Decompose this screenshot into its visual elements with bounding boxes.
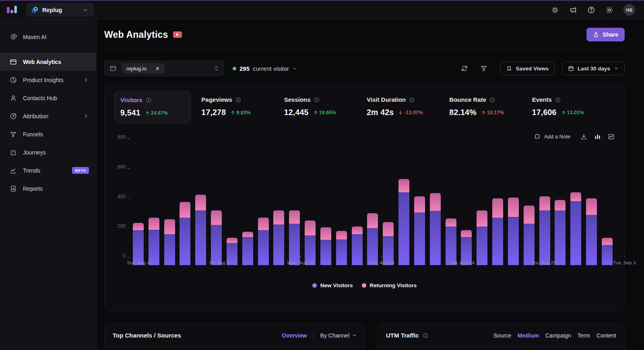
bar-thu-aug-15[interactable]	[305, 220, 316, 265]
workspace-name: Replug	[42, 7, 79, 13]
bar-thu-aug-29[interactable]	[524, 206, 535, 265]
sidebar-item-attribution[interactable]: Attribution	[0, 107, 96, 125]
bar-sat-aug-17[interactable]	[336, 231, 347, 265]
stat-card-pageviews[interactable]: Pageviews17,2789.83%	[201, 91, 284, 123]
bar-sun-aug-18[interactable]	[352, 226, 363, 265]
settings-gear-icon[interactable]	[605, 6, 613, 14]
bar-wed-aug-28[interactable]	[508, 198, 519, 265]
bar-mon-aug-12[interactable]	[258, 218, 269, 265]
bar-chart-view-icon[interactable]	[594, 133, 601, 140]
bar-tue-aug-27[interactable]	[492, 198, 503, 265]
theme-toggle-icon[interactable]	[551, 6, 559, 14]
comment-bubble-icon	[534, 133, 541, 140]
current-visitors[interactable]: 295 current visitor	[233, 65, 297, 72]
bar-fri-aug-9[interactable]	[211, 210, 222, 265]
x-axis-label: Fri, Aug 9	[209, 260, 229, 265]
tab-term[interactable]: Term	[578, 332, 590, 339]
bar-wed-aug-14[interactable]	[289, 210, 300, 265]
bar-sun-sep-1[interactable]	[570, 192, 581, 265]
sidebar-item-label: Web Analytics	[23, 59, 89, 65]
sidebar-item-product-insights[interactable]: Product Insights	[0, 71, 96, 89]
tab-overview[interactable]: Overview	[282, 332, 307, 339]
stat-card-visitors[interactable]: Visitors9,54124.67%	[114, 91, 191, 123]
legend-new-visitors[interactable]: New Visitors	[312, 282, 353, 288]
add-note-button[interactable]: Add a Note	[534, 133, 570, 140]
bar-mon-sep-2[interactable]	[586, 198, 597, 265]
filter-funnel-icon[interactable]	[480, 65, 487, 72]
bar-sat-aug-24[interactable]	[446, 218, 456, 265]
info-icon[interactable]	[314, 97, 320, 103]
refresh-icon[interactable]	[461, 65, 468, 72]
sidebar-item-funnels[interactable]: Funnels	[0, 125, 96, 143]
help-icon[interactable]	[587, 6, 595, 14]
workspace-selector[interactable]: Replug	[26, 3, 94, 16]
tab-source[interactable]: Source	[493, 332, 511, 339]
returning-visitors-segment	[539, 196, 550, 210]
sidebar-item-journeys[interactable]: Journeys	[0, 143, 96, 161]
legend-label: New Visitors	[320, 282, 353, 288]
info-icon[interactable]	[235, 97, 241, 103]
download-icon[interactable]	[580, 133, 587, 140]
bar-sun-aug-25[interactable]	[461, 230, 472, 265]
returning-visitors-segment	[446, 218, 456, 226]
info-icon[interactable]	[146, 97, 151, 103]
share-button[interactable]: Share	[586, 28, 625, 41]
stat-card-sessions[interactable]: Sessions12,44519.65%	[284, 91, 367, 123]
date-range-button[interactable]: Last 30 days	[562, 62, 625, 75]
bar-mon-aug-19[interactable]	[367, 213, 378, 265]
returning-visitors-segment	[383, 222, 394, 236]
sidebar-item-label: Reports	[23, 185, 89, 192]
info-icon[interactable]	[409, 97, 415, 103]
announcements-icon[interactable]	[569, 6, 577, 14]
user-avatar[interactable]: HS	[623, 4, 635, 16]
bar-sun-aug-4[interactable]	[133, 223, 144, 265]
bar-mon-aug-26[interactable]	[477, 210, 487, 265]
chart-legend: New VisitorsReturning Visitors	[114, 282, 615, 288]
remove-site-icon[interactable]: ✕	[155, 66, 160, 71]
tab-medium[interactable]: Medium	[518, 332, 539, 339]
legend-returning-visitors[interactable]: Returning Visitors	[362, 282, 417, 288]
bar-fri-aug-16[interactable]	[320, 227, 331, 265]
website-selector[interactable]: replug.io ✕	[104, 61, 224, 76]
utm-traffic-title-text: UTM Traffic	[386, 332, 419, 339]
line-chart-view-icon[interactable]	[608, 133, 615, 140]
bar-sat-aug-31[interactable]	[555, 200, 566, 265]
info-icon[interactable]	[423, 333, 428, 338]
bar-thu-aug-8[interactable]	[195, 195, 206, 265]
youtube-tutorial-icon[interactable]	[173, 31, 182, 38]
bar-fri-aug-30[interactable]	[539, 196, 550, 265]
replug-workspace-icon	[31, 6, 39, 14]
bar-wed-aug-7[interactable]	[180, 202, 190, 265]
bar-thu-aug-22[interactable]	[414, 196, 425, 265]
stat-card-bounce-rate[interactable]: Bounce Rate82.14%10.17%	[449, 91, 532, 123]
tab-by-channel[interactable]: By Channel	[320, 332, 357, 339]
tab-campaign[interactable]: Campaign	[545, 332, 571, 339]
sidebar-item-maven-ai[interactable]: Maven AI	[0, 28, 96, 46]
bar-tue-sep-3[interactable]	[602, 238, 613, 265]
tab-content[interactable]: Content	[597, 332, 616, 339]
bar-fri-aug-23[interactable]	[430, 193, 441, 265]
sidebar-item-reports[interactable]: Reports	[0, 179, 96, 198]
select-spinner-icon[interactable]	[214, 65, 219, 72]
x-axis-label: Thu, Aug 29	[531, 260, 556, 265]
bar-tue-aug-20[interactable]	[383, 222, 394, 265]
tab-label: Campaign	[545, 332, 571, 339]
stat-card-events[interactable]: Events17,60613.01%	[532, 91, 615, 123]
sidebar-item-trends[interactable]: TrendsBETA	[0, 161, 96, 179]
info-icon[interactable]	[555, 97, 561, 103]
info-icon[interactable]	[489, 97, 495, 103]
bar-tue-aug-6[interactable]	[164, 219, 175, 265]
legend-dot	[362, 283, 366, 288]
bar-tue-aug-13[interactable]	[273, 210, 284, 265]
sidebar-item-contacts-hub[interactable]: Contacts Hub	[0, 89, 96, 107]
sidebar-item-web-analytics[interactable]: Web Analytics	[0, 53, 96, 71]
stat-card-visit-duration[interactable]: Visit Duration2m 42s-13.97%	[367, 91, 449, 123]
product-insights-icon	[10, 76, 17, 84]
bar-wed-aug-21[interactable]	[398, 179, 409, 265]
saved-views-button[interactable]: Saved Views	[500, 62, 555, 75]
bar-mon-aug-5[interactable]	[149, 218, 159, 265]
stat-value: 82.14%	[449, 108, 476, 117]
bar-sun-aug-11[interactable]	[242, 232, 253, 265]
usermaven-logo-icon[interactable]	[6, 5, 17, 15]
tab-label: By Channel	[320, 332, 349, 339]
